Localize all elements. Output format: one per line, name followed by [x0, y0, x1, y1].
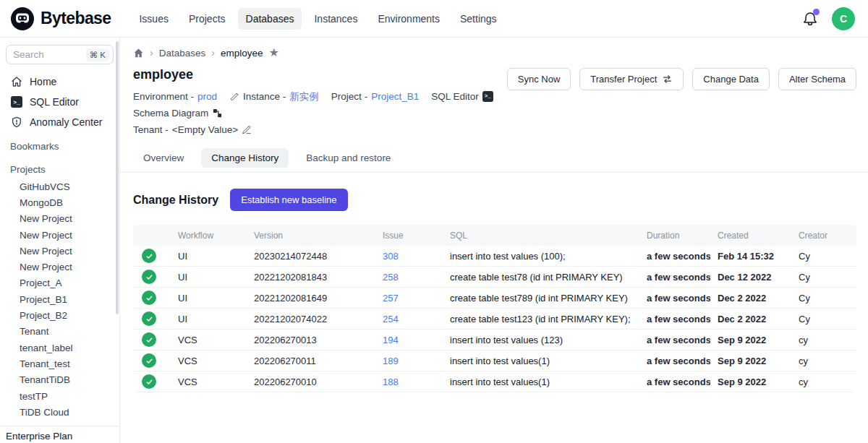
- breadcrumb-databases[interactable]: Databases: [159, 48, 206, 59]
- version-cell: 20221202081843: [247, 272, 375, 283]
- table-row[interactable]: VCS 202206270010 188 insert into test va…: [133, 371, 856, 392]
- breadcrumb-database-name[interactable]: employee: [221, 48, 263, 59]
- table-row[interactable]: UI 20221202081649 257 create table test7…: [133, 288, 856, 309]
- nav-item[interactable]: Environments: [370, 8, 448, 30]
- issue-link[interactable]: 194: [383, 335, 399, 345]
- schema-diagram-shortcut[interactable]: Schema Diagram: [133, 105, 223, 121]
- workflow-cell: VCS: [171, 335, 247, 345]
- created-cell: Dec 12 2022: [710, 272, 791, 283]
- success-check-icon: [142, 353, 156, 368]
- issue-link[interactable]: 308: [383, 251, 399, 262]
- sidebar-item-anomaly-center[interactable]: Anomaly Center: [0, 112, 119, 132]
- environment-link[interactable]: prod: [197, 88, 217, 105]
- issue-link[interactable]: 258: [383, 272, 399, 283]
- creator-cell: cy: [791, 377, 856, 387]
- change-history-panel: Change History Establish new baseline Wo…: [120, 173, 868, 392]
- instance-link[interactable]: 新实例: [289, 88, 319, 105]
- nav-item[interactable]: Databases: [238, 8, 302, 30]
- tenant-value: <Empty Value>: [172, 121, 238, 138]
- success-check-icon: [142, 332, 156, 347]
- environment-label: Environment -: [133, 88, 194, 105]
- project-list-item[interactable]: Project_A: [0, 275, 119, 291]
- duration-cell: a few seconds: [639, 314, 710, 324]
- project-list-item[interactable]: New Project: [0, 259, 119, 275]
- alter-schema-button[interactable]: Alter Schema: [778, 68, 856, 90]
- success-check-icon: [142, 249, 156, 263]
- table-row[interactable]: VCS 202206270013 194 insert into test va…: [133, 330, 856, 350]
- project-list-item[interactable]: tenant_label: [0, 340, 119, 356]
- edit-pencil-icon[interactable]: [242, 125, 252, 135]
- project-list-item[interactable]: New Project: [0, 211, 119, 227]
- nav-item[interactable]: Instances: [306, 8, 365, 30]
- column-header-workflow: Workflow: [171, 231, 247, 241]
- created-cell: Feb 14 15:32: [710, 251, 791, 262]
- project-list-item[interactable]: testTP: [0, 388, 119, 404]
- issue-link[interactable]: 189: [383, 356, 399, 366]
- project-list-item[interactable]: Project_B2: [0, 307, 119, 323]
- pen-icon: [229, 92, 239, 102]
- topbar-right: C: [801, 7, 855, 30]
- change-history-table: Workflow Version Issue SQL Duration Crea…: [133, 225, 856, 392]
- sidebar-section-projects[interactable]: Projects: [0, 160, 119, 179]
- version-cell: 20230214072448: [247, 251, 375, 262]
- breadcrumb: › Databases › employee ★: [133, 47, 856, 59]
- column-header-sql: SQL: [443, 231, 639, 241]
- project-list-item[interactable]: Tenant_test: [0, 356, 119, 371]
- column-header-issue: Issue: [375, 231, 443, 241]
- sidebar-scrollbar[interactable]: [116, 41, 119, 314]
- transfer-project-button[interactable]: Transfer Project: [579, 68, 684, 90]
- project-list-item[interactable]: Tenant: [0, 324, 119, 340]
- plan-badge[interactable]: Enterprise Plan: [0, 426, 119, 443]
- nav-item[interactable]: Issues: [131, 8, 176, 30]
- bookmark-star-icon[interactable]: ★: [268, 47, 278, 59]
- project-list-item[interactable]: TiDB Cloud: [0, 404, 119, 420]
- sidebar-item-sql-editor[interactable]: >_ SQL Editor: [0, 92, 119, 112]
- table-row[interactable]: UI 20221202074022 254 create table test1…: [133, 309, 856, 330]
- tab[interactable]: Backup and restore: [296, 148, 401, 168]
- tab[interactable]: Change History: [201, 148, 289, 168]
- sync-now-button[interactable]: Sync Now: [507, 68, 571, 90]
- duration-cell: a few seconds: [639, 251, 710, 262]
- notification-bell-icon[interactable]: [801, 10, 819, 27]
- sidebar-section-bookmarks[interactable]: Bookmarks: [0, 137, 119, 155]
- issue-link[interactable]: 257: [383, 293, 399, 304]
- tab[interactable]: Overview: [133, 148, 194, 168]
- nav-item[interactable]: Settings: [452, 8, 505, 30]
- project-list-item[interactable]: TenantTiDB: [0, 372, 119, 388]
- project-list-item[interactable]: MongoDB: [0, 194, 119, 210]
- success-check-icon: [142, 374, 156, 389]
- project-link[interactable]: Project_B1: [371, 88, 419, 105]
- project-list-item[interactable]: New Project: [0, 243, 119, 259]
- issue-link[interactable]: 254: [383, 314, 399, 324]
- meta-line-1: Environment - prod Instance - 新实例 Projec…: [133, 88, 507, 121]
- brand-home-link[interactable]: Bytebase: [10, 7, 111, 31]
- breadcrumb-separator: ›: [211, 47, 215, 59]
- project-list-item[interactable]: New Project: [0, 227, 119, 243]
- table-row[interactable]: UI 20221202081843 258 create table test7…: [133, 267, 856, 288]
- establish-baseline-button[interactable]: Establish new baseline: [230, 189, 347, 211]
- table-header-row: Workflow Version Issue SQL Duration Crea…: [133, 225, 856, 246]
- instance-meta: Instance - 新实例: [229, 88, 319, 105]
- status-cell: [133, 270, 171, 284]
- project-list-item[interactable]: Project_B1: [0, 291, 119, 307]
- change-data-button[interactable]: Change Data: [692, 68, 770, 90]
- created-cell: Dec 2 2022: [710, 314, 791, 324]
- project-list-item[interactable]: GitHubVCS: [0, 179, 119, 194]
- table-row[interactable]: VCS 202206270011 189 insert into test va…: [133, 350, 856, 371]
- home-icon[interactable]: [133, 48, 144, 59]
- nav-item[interactable]: Projects: [181, 8, 234, 30]
- sql-cell: insert into test values (100);: [443, 251, 639, 262]
- sql-cell: insert into test values(1): [443, 377, 639, 387]
- sidebar-item-home[interactable]: Home: [0, 72, 119, 92]
- app-root: Bytebase IssuesProjectsDatabasesInstance…: [0, 0, 868, 443]
- top-navbar: Bytebase IssuesProjectsDatabasesInstance…: [0, 0, 868, 38]
- table-row[interactable]: UI 20230214072448 308 insert into test v…: [133, 246, 856, 267]
- bytebase-logo-icon: [10, 7, 35, 31]
- user-avatar[interactable]: C: [832, 7, 855, 30]
- issue-link[interactable]: 188: [383, 377, 399, 387]
- transfer-project-label: Transfer Project: [590, 74, 657, 85]
- sql-cell: create table test789 (id int PRIMARY KEY…: [443, 293, 639, 304]
- sidebar: Search ⌘ K Home >_ SQL Editor Anomaly Ce…: [0, 38, 120, 443]
- search-input[interactable]: Search ⌘ K: [6, 45, 114, 64]
- sql-editor-shortcut[interactable]: SQL Editor >_: [431, 88, 493, 105]
